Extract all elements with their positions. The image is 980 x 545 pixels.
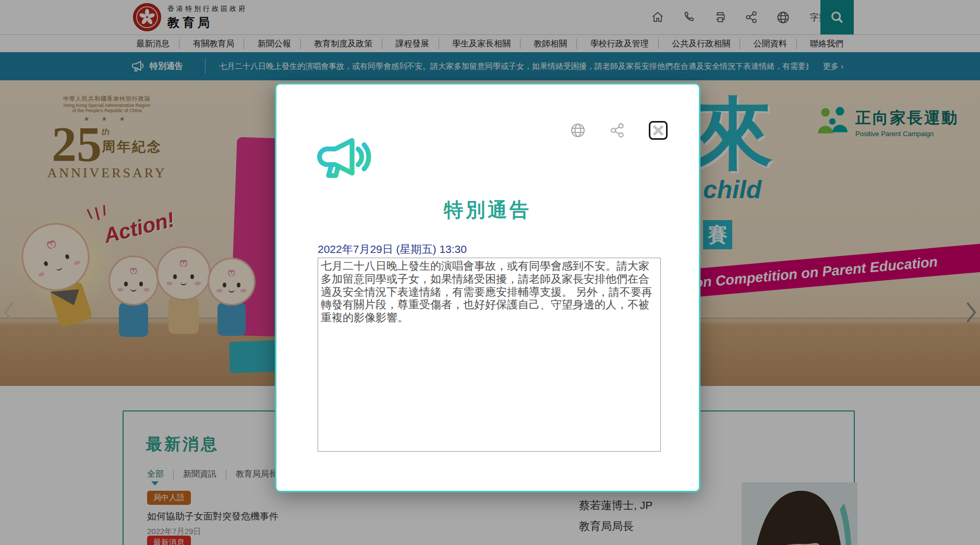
language-globe-icon[interactable] xyxy=(570,122,586,139)
modal-notice-text: 七月二十八日晚上發生的演唱會事故，或有同學會感到不安。請大家多加留意同學或子女，… xyxy=(318,258,661,452)
modal-toolbar xyxy=(570,121,668,140)
modal-title: 特別通告 xyxy=(276,197,699,223)
share-icon[interactable] xyxy=(609,122,626,139)
modal-close-button[interactable] xyxy=(649,121,668,140)
edb-homepage: 香港特別行政區政府 教育局 字型大小 xyxy=(0,0,980,545)
close-x-icon xyxy=(652,125,664,136)
modal-datetime: 2022年7月29日 (星期五) 13:30 xyxy=(318,242,467,257)
special-announcement-modal: 特別通告 2022年7月29日 (星期五) 13:30 七月二十八日晚上發生的演… xyxy=(275,83,700,492)
megaphone-icon xyxy=(317,137,371,181)
